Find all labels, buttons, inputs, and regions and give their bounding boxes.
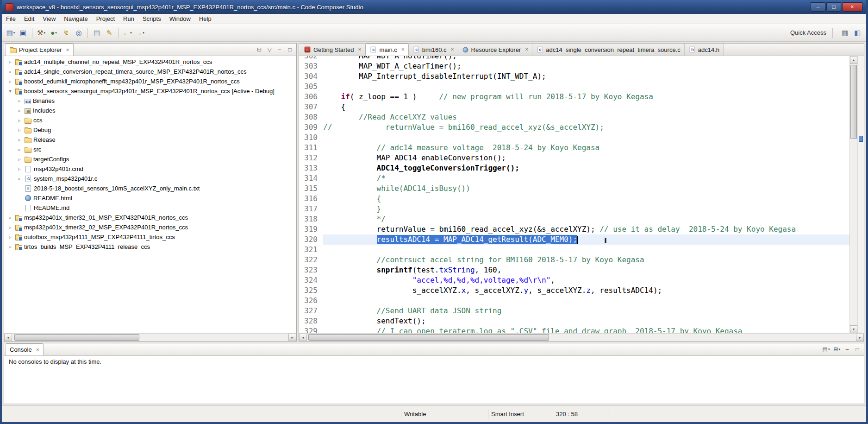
code-text[interactable]: snprintf(test.txString, 160, — [323, 265, 849, 275]
tree-item-msp432p401x-timer32-02-msp-exp432p401r-nortos-cc[interactable]: ▹msp432p401x_timer32_02_MSP_EXP432P401R_… — [4, 222, 296, 232]
tree-item-includes[interactable]: ▹Includes — [4, 106, 296, 115]
tree-collapsed-arrow-icon[interactable]: ▹ — [16, 157, 23, 162]
tree-item-readme-md[interactable]: README.md — [4, 203, 296, 213]
scroll-right-icon[interactable]: ▸ — [856, 334, 864, 341]
code-text[interactable]: s_accelXYZ.x, s_accelXYZ.y, s_accelXYZ.z… — [323, 285, 849, 296]
editor-tab-resource-explorer[interactable]: Resource Explorer× — [458, 44, 533, 56]
editor-body[interactable]: 302 MAP_WDT_A_holdTimer();303 MAP_WDT_A_… — [299, 56, 864, 333]
code-text[interactable]: resultsADC14 = MAP_ADC14_getResult(ADC_M… — [323, 234, 849, 245]
code-text[interactable]: MAP_ADC14_enableConversion(); — [323, 153, 849, 163]
close-view-icon[interactable]: × — [36, 347, 39, 353]
tree-item-boostxl-edumkii-microphonefft-msp432p401r-msp-ex[interactable]: ▹boostxl_edumkii_microphonefft_msp432p40… — [4, 76, 296, 86]
search-button[interactable]: ◎ — [73, 27, 85, 39]
edit-marker-button[interactable]: ✎ — [103, 27, 115, 39]
tree-collapsed-arrow-icon[interactable]: ▹ — [16, 147, 23, 152]
minimize-button[interactable]: – — [811, 2, 825, 12]
menu-edit[interactable]: Edit — [20, 14, 38, 24]
debug-button[interactable]: ●▾ — [48, 27, 60, 39]
ccs-edit-perspective-button[interactable]: ◧ — [851, 27, 863, 39]
tree-item-tirtos-builds-msp-exp432p4111-release-ccs[interactable]: ▹tirtos_builds_MSP_EXP432P4111_release_c… — [4, 242, 296, 252]
code-text[interactable]: MAP_WDT_A_clearTimer(); — [323, 61, 849, 71]
display-selected-console-button[interactable]: ▤▾ — [821, 345, 831, 354]
quick-access-button[interactable]: Quick Access — [790, 29, 826, 36]
view-menu-button[interactable]: ▽ — [265, 45, 274, 54]
code-text[interactable]: sendText(); — [323, 316, 849, 326]
scroll-left-icon[interactable]: ◂ — [299, 334, 307, 341]
selection-marker[interactable] — [859, 136, 863, 142]
open-perspective-button[interactable]: ▦ — [839, 27, 851, 39]
menu-window[interactable]: Window — [165, 14, 195, 24]
tree-item-debug[interactable]: ▹Debug — [4, 125, 296, 135]
code-text[interactable]: MAP_WDT_A_holdTimer(); — [323, 56, 849, 61]
open-console-button[interactable]: ⊞▾ — [832, 345, 842, 354]
tree-item-readme-html[interactable]: README.html — [4, 193, 296, 203]
code-text[interactable]: // returnValue = bmi160_read_accel_xyz(&… — [323, 122, 849, 133]
scroll-left-icon[interactable]: ◂ — [4, 334, 12, 341]
code-text[interactable]: /* — [323, 173, 849, 184]
maximize-view-button[interactable]: □ — [853, 345, 862, 354]
tree-expanded-arrow-icon[interactable]: ▾ — [7, 89, 13, 94]
code-text[interactable]: //Read AccelXYZ values — [323, 112, 849, 122]
menu-project[interactable]: Project — [92, 14, 119, 24]
scroll-up-icon[interactable]: ▴ — [850, 56, 857, 64]
console-view-tab[interactable]: Console × — [6, 343, 44, 355]
close-tab-icon[interactable]: × — [401, 46, 405, 53]
code-text[interactable]: MAP_Interrupt_disableInterrupt(INT_WDT_A… — [323, 71, 849, 82]
new-target-configuration-button[interactable]: ▤ — [91, 27, 103, 39]
code-text[interactable] — [323, 133, 849, 143]
project-explorer-view-tab[interactable]: Project Explorer × — [6, 44, 74, 56]
tree-item-msp432p401r-cmd[interactable]: ▹msp432p401r.cmd — [4, 164, 296, 174]
tree-collapsed-arrow-icon[interactable]: ▹ — [16, 118, 23, 123]
editor-vscrollbar[interactable]: ▴ ▾ — [849, 56, 857, 333]
scroll-right-icon[interactable]: ▸ — [288, 334, 296, 341]
forward-button[interactable]: →▾ — [134, 27, 146, 39]
tree-item-2018-5-18-boostxl-sensors-10ms-accelxyz-only-mai[interactable]: 2018-5-18_boostxl_sensors_10mS_accelXYZ_… — [4, 184, 296, 193]
explorer-hscrollbar[interactable]: ◂ ▸ — [4, 333, 296, 341]
flash-device-button[interactable]: ↯ — [60, 27, 72, 39]
tree-collapsed-arrow-icon[interactable]: ▹ — [7, 59, 13, 64]
editor-hscrollbar[interactable]: ◂ ▸ — [299, 333, 864, 341]
tree-item-src[interactable]: ▹src — [4, 145, 296, 154]
tree-item-adc14-single-conversion-repeat-timera-source-msp[interactable]: ▹adc14_single_conversion_repeat_timera_s… — [4, 67, 296, 76]
tree-collapsed-arrow-icon[interactable]: ▹ — [7, 225, 13, 230]
save-button[interactable]: ▣ — [17, 27, 29, 39]
code-text[interactable]: } — [323, 204, 849, 214]
menu-run[interactable]: Run — [119, 14, 138, 24]
editor-tab-main-c[interactable]: main.c× — [365, 44, 408, 56]
menu-navigate[interactable]: Navigate — [60, 14, 92, 24]
scroll-down-icon[interactable]: ▾ — [850, 325, 857, 333]
code-text[interactable]: */ — [323, 214, 849, 224]
tree-item-release[interactable]: ▹Release — [4, 135, 296, 145]
tree-collapsed-arrow-icon[interactable]: ▹ — [7, 244, 13, 249]
close-button[interactable]: × — [842, 2, 862, 12]
editor-tab-adc14-single-conversion-repeat-timera-source-c[interactable]: adc14_single_conversion_repeat_timera_so… — [532, 44, 685, 56]
tree-item-ccs[interactable]: ▹ccs — [4, 115, 296, 125]
tree-item-system-msp432p401r-c[interactable]: ▹system_msp432p401r.c — [4, 174, 296, 184]
tree-collapsed-arrow-icon[interactable]: ▹ — [7, 234, 13, 240]
build-button[interactable]: ⚒▾ — [35, 27, 47, 39]
code-text[interactable]: { — [323, 194, 849, 204]
collapse-all-button[interactable]: ⊟ — [255, 45, 264, 54]
tree-collapsed-arrow-icon[interactable]: ▹ — [7, 79, 13, 84]
tree-collapsed-arrow-icon[interactable]: ▹ — [16, 166, 23, 171]
close-tab-icon[interactable]: × — [525, 46, 528, 53]
code-text[interactable]: ADC14_toggleConversionTrigger(); — [323, 163, 849, 173]
code-text[interactable]: // I can open teraterm.log as ".CSV" fil… — [323, 326, 849, 333]
new-wizard-button[interactable]: ▦▾ — [5, 27, 17, 39]
tree-item-targetconfigs[interactable]: ▹targetConfigs — [4, 154, 296, 164]
menu-scripts[interactable]: Scripts — [138, 14, 165, 24]
close-tab-icon[interactable]: × — [358, 46, 361, 53]
editor-tab-getting-started[interactable]: Getting Started× — [300, 44, 365, 56]
editor-tab-bmi160-c[interactable]: bmi160.c× — [409, 44, 458, 56]
menu-file[interactable]: File — [2, 14, 20, 24]
code-text[interactable] — [323, 82, 849, 92]
maximize-button[interactable]: □ — [826, 2, 841, 12]
code-text[interactable]: // adc14 measure voltage 2018-5-24 by Ko… — [323, 143, 849, 153]
tree-collapsed-arrow-icon[interactable]: ▹ — [16, 176, 23, 181]
code-text[interactable] — [323, 296, 849, 306]
code-text[interactable]: while(ADC14_isBusy()) — [323, 184, 849, 194]
tree-collapsed-arrow-icon[interactable]: ▹ — [16, 98, 23, 103]
tree-collapsed-arrow-icon[interactable]: ▹ — [7, 215, 13, 220]
tree-collapsed-arrow-icon[interactable]: ▹ — [16, 108, 23, 113]
code-text[interactable]: returnValue = bmi160_read_accel_xyz(&s_a… — [323, 224, 849, 234]
